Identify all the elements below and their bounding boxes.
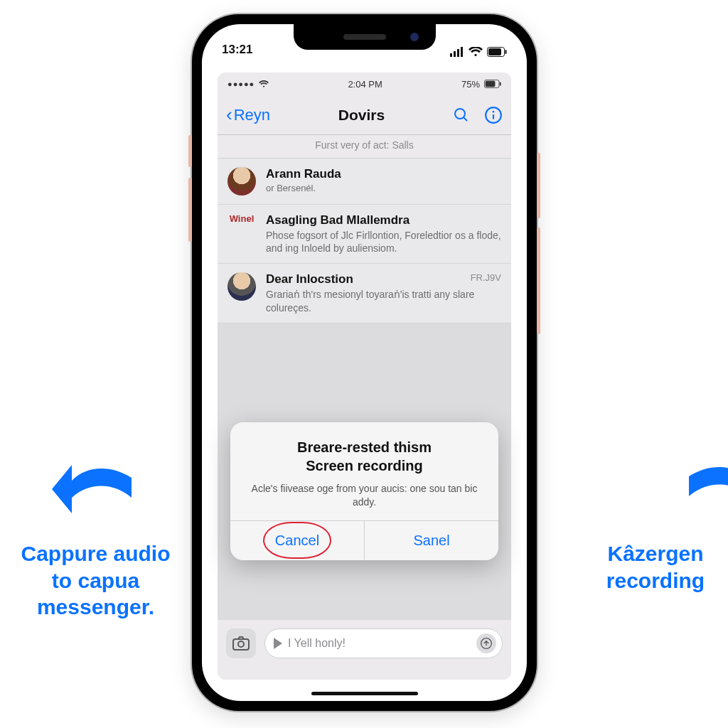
arrow-up-circle-icon — [481, 638, 492, 649]
svg-rect-9 — [500, 82, 501, 85]
screen-recording-alert: Breare-rested thism Screen recording Acl… — [230, 422, 498, 560]
list-item-preview: Grariaṅ th'rs mesionyl toyaraṅ'is tratti… — [266, 288, 501, 314]
svg-rect-6 — [505, 50, 507, 54]
nav-back-button[interactable]: ‹ Reyn — [226, 104, 270, 126]
svg-point-13 — [493, 110, 495, 112]
cancel-button[interactable]: Cancel — [230, 521, 365, 560]
list-item[interactable]: Dear Inlocstion Grariaṅ th'rs mesionyl t… — [218, 264, 511, 323]
device-time: 13:21 — [222, 43, 252, 57]
list-item-timestamp: FR.J9V — [471, 272, 501, 283]
battery-icon — [487, 47, 507, 57]
avatar — [228, 272, 256, 301]
compose-bar: I Yell honly! — [218, 620, 511, 680]
app-screenshot-area: ●●●●● 2:04 PM 75% ‹ Reyn — [218, 73, 511, 680]
nav-bar: ‹ Reyn Dovirs — [218, 95, 511, 135]
list-item[interactable]: Winel Asagling Bad Mlallemdra Phose fogs… — [218, 205, 511, 264]
nav-back-label: Reyn — [234, 106, 270, 124]
app-status-bar: ●●●●● 2:04 PM 75% — [218, 73, 511, 95]
svg-rect-2 — [457, 49, 459, 57]
send-button[interactable] — [476, 633, 496, 653]
svg-point-10 — [455, 109, 465, 119]
list-item-badge: Winel — [230, 213, 255, 224]
wifi-icon — [259, 80, 269, 88]
message-placeholder: I Yell honly! — [288, 637, 346, 650]
nav-title: Dovirs — [338, 107, 385, 124]
app-battery-pct: 75% — [461, 79, 480, 90]
list-item-preview: Phose fogsort of Jlc Firllontion, Forele… — [266, 229, 501, 255]
svg-rect-5 — [488, 48, 501, 55]
list-item[interactable]: Arann Rauda or Bersenél. — [218, 159, 511, 205]
svg-line-11 — [464, 117, 467, 121]
list-item-title: Arann Rauda — [266, 167, 501, 181]
alert-message: Acle's fiivease oge from your aucis: one… — [246, 482, 483, 509]
avatar — [228, 167, 256, 196]
svg-rect-3 — [461, 47, 463, 57]
section-subheader: Furst very of act: Salls — [218, 135, 511, 159]
phone-notch — [294, 24, 436, 50]
camera-icon — [232, 636, 250, 651]
svg-rect-1 — [454, 51, 456, 57]
list-item-title: Asagling Bad Mlallemdra — [266, 213, 501, 228]
alert-title: Breare-rested thism Screen recording — [246, 438, 483, 475]
svg-point-16 — [238, 641, 244, 647]
camera-button[interactable] — [226, 628, 256, 658]
phone-screen: 13:21 ●●●●● — [202, 24, 527, 701]
annotation-left: Cappure audio to capua messenger. — [9, 540, 183, 621]
svg-rect-8 — [486, 81, 496, 87]
battery-icon — [484, 80, 501, 88]
phone-frame: 13:21 ●●●●● — [192, 14, 537, 711]
cellular-signal-icon — [450, 47, 464, 57]
play-icon — [274, 638, 282, 649]
home-indicator — [311, 692, 418, 695]
message-input[interactable]: I Yell honly! — [264, 628, 503, 658]
wifi-icon — [469, 47, 483, 57]
search-icon[interactable] — [453, 107, 470, 124]
confirm-button[interactable]: Sanel — [365, 521, 498, 560]
chevron-left-icon: ‹ — [226, 104, 232, 126]
list-item-title: Dear Inlocstion — [266, 272, 501, 287]
list-item-subtitle: or Bersenél. — [266, 183, 501, 193]
info-circle-icon[interactable] — [484, 106, 503, 124]
carrier-dots: ●●●●● — [228, 80, 255, 88]
conversation-list[interactable]: Arann Rauda or Bersenél. Winel Asagling … — [218, 159, 511, 323]
annotation-right: Kâzergen recording — [592, 540, 719, 594]
app-time: 2:04 PM — [348, 79, 382, 90]
svg-rect-0 — [450, 53, 452, 57]
